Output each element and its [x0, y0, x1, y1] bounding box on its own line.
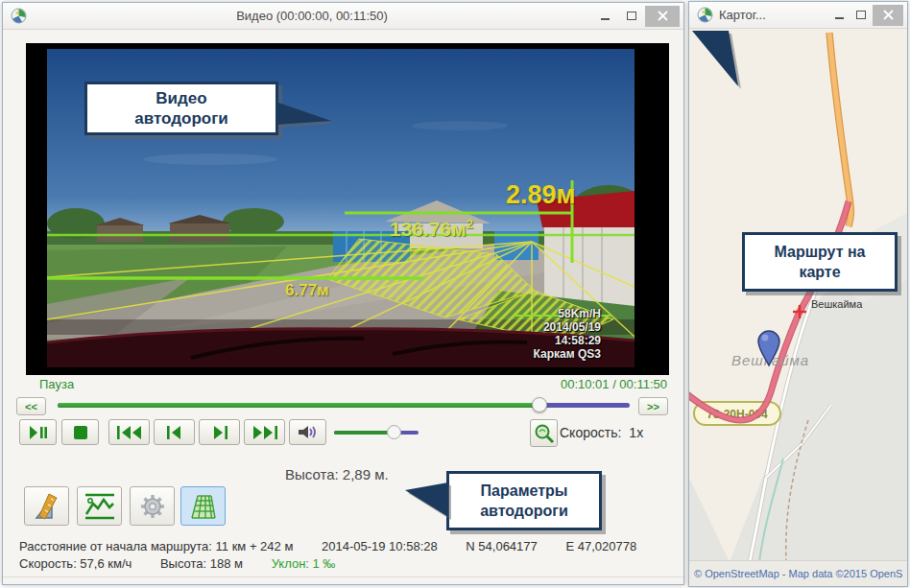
status-longitude: E 47,020778	[565, 539, 636, 553]
minimize-button[interactable]	[828, 5, 850, 26]
close-icon	[658, 11, 668, 21]
perspective-grid-button[interactable]	[180, 486, 226, 526]
footer-separator	[3, 576, 683, 577]
playback-time-position: 00:10:01 / 00:11:50	[561, 377, 667, 391]
area-value: 136.76м	[390, 218, 467, 240]
maximize-button[interactable]	[618, 6, 645, 27]
status-line-2: Скорость: 57,6 км/ч Высота: 188 м Уклон:…	[19, 556, 360, 571]
settlement-label-top: Вешкайма	[811, 298, 863, 310]
status-latitude: N 54,064177	[466, 539, 537, 553]
params-callout-tail	[405, 475, 449, 521]
status-speed: Скорость: 57,6 км/ч	[19, 556, 132, 571]
speaker-icon	[298, 425, 319, 439]
play-pause-button[interactable]	[19, 419, 57, 445]
road-height-value: Высота: 2,89 м.	[285, 466, 389, 482]
video-window-title: Видео (00:00:00, 00:11:50)	[33, 9, 591, 23]
prev-frame-button[interactable]	[154, 419, 195, 445]
zoom-tool-button[interactable]	[530, 419, 558, 447]
ruler-triangle-icon	[32, 492, 62, 521]
minimize-button[interactable]	[591, 6, 618, 27]
settings-button[interactable]	[130, 486, 175, 526]
skip-start-button[interactable]	[108, 419, 150, 445]
fast-forward-button[interactable]: >>	[638, 397, 668, 415]
measure-tool-button[interactable]	[24, 486, 69, 526]
next-frame-button[interactable]	[199, 419, 240, 445]
minimize-icon	[835, 17, 844, 19]
rewind-button[interactable]: <<	[16, 397, 46, 415]
perspective-grid-icon	[188, 492, 219, 521]
video-callout: Видео автодороги	[84, 82, 278, 135]
play-pause-icon	[29, 426, 48, 439]
volume-slider-track[interactable]	[334, 431, 419, 435]
area-sup: 2	[467, 217, 473, 231]
seek-slider-fill	[58, 403, 539, 408]
skip-start-icon	[117, 426, 142, 439]
params-callout: Параметры автодороги	[446, 471, 602, 530]
map-render: 73-20Н-004 Вешкайма Вешкайма	[689, 29, 907, 562]
playback-state-label: Пауза	[39, 377, 74, 391]
map-window-title: Картог...	[719, 8, 828, 22]
map-attribution-link[interactable]: © OpenStreetMap - Map data ©2015 OpenS	[689, 560, 907, 586]
status-line-1: Расстояние от начала маршрута: 11 км + 2…	[19, 539, 661, 553]
seek-slider-thumb[interactable]	[532, 397, 547, 412]
close-button[interactable]	[873, 5, 903, 26]
map-window-titlebar[interactable]: Картог...	[689, 2, 907, 29]
map-canvas[interactable]: 73-20Н-004 Вешкайма Вешкайма Маршрут на …	[689, 29, 907, 562]
maximize-icon	[627, 12, 636, 20]
elevation-profile-button[interactable]	[77, 486, 122, 526]
status-slope: Уклон: 1 ‰	[272, 556, 336, 571]
route-callout-text: Маршрут на карте	[762, 242, 877, 282]
status-height: Высота: 188 м	[160, 556, 243, 571]
volume-slider-thumb[interactable]	[387, 425, 401, 439]
status-datetime: 2014-05-19 10:58:28	[322, 539, 438, 553]
dashcam-speed: 58Km/H	[534, 307, 601, 320]
video-window-titlebar[interactable]: Видео (00:00:00, 00:11:50)	[3, 3, 683, 30]
maximize-icon	[856, 11, 866, 19]
speed-indicator: Скорость:1x	[560, 425, 643, 440]
route-callout-tail	[689, 29, 743, 90]
height-measure-label: 2.89м	[506, 180, 576, 210]
volume-slider-fill	[334, 431, 395, 435]
minimize-icon	[601, 18, 610, 20]
video-viewport: 2.89м 136.76м2 6.77м 58Km/H 2014/05/19 1…	[26, 43, 669, 375]
video-callout-tail	[275, 96, 335, 129]
speed-label: Скорость:	[560, 425, 621, 440]
skip-end-icon	[252, 426, 277, 439]
gear-icon	[138, 492, 167, 521]
close-icon	[883, 10, 894, 20]
width-measure-label: 6.77м	[285, 281, 329, 300]
stop-button[interactable]	[61, 419, 99, 445]
video-window: Видео (00:00:00, 00:11:50)	[2, 2, 684, 585]
route-callout: Маршрут на карте	[742, 232, 898, 292]
close-button[interactable]	[645, 6, 680, 27]
map-window: Картог... 73	[688, 1, 908, 587]
stop-icon	[74, 426, 87, 439]
prev-frame-icon	[167, 426, 182, 439]
speed-value: 1x	[629, 425, 643, 440]
next-frame-icon	[212, 426, 228, 439]
dashcam-time: 14:58:29	[534, 334, 601, 347]
dashcam-overlay: 58Km/H 2014/05/19 14:58:29 Каркам QS3	[534, 307, 601, 361]
dashcam-model: Каркам QS3	[534, 347, 601, 361]
status-distance: Расстояние от начала маршрута: 11 км + 2…	[19, 539, 293, 553]
magnifier-icon	[534, 423, 555, 444]
dashcam-date: 2014/05/19	[534, 320, 601, 334]
video-callout-text: Видео автодороги	[109, 88, 253, 129]
mute-button[interactable]	[289, 419, 326, 445]
skip-end-button[interactable]	[244, 419, 285, 445]
maximize-button[interactable]	[850, 5, 873, 26]
app-icon	[697, 7, 713, 23]
area-measure-label: 136.76м2	[390, 217, 473, 241]
elevation-profile-icon	[84, 492, 115, 521]
app-icon	[11, 8, 27, 24]
params-callout-text: Параметры автодороги	[467, 481, 582, 521]
